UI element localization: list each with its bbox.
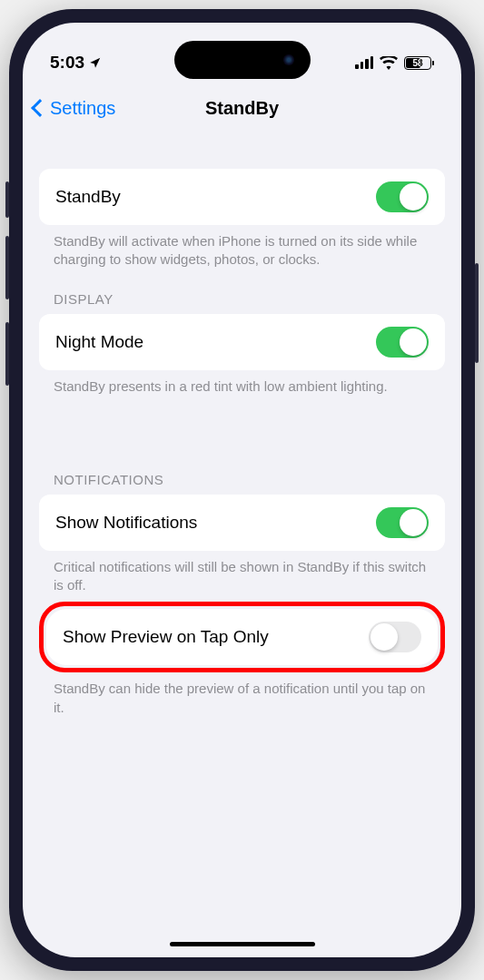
- show-preview-footer: StandBy can hide the preview of a notifi…: [39, 672, 445, 717]
- show-notifications-toggle[interactable]: [376, 507, 429, 538]
- page-title: StandBy: [205, 98, 279, 119]
- show-preview-toggle[interactable]: [369, 622, 421, 652]
- back-button[interactable]: Settings: [34, 98, 115, 119]
- show-notifications-footer: Critical notifications will still be sho…: [39, 551, 445, 595]
- show-notifications-row: Show Notifications: [39, 495, 445, 551]
- screen: 5:03 58 Settings: [23, 23, 461, 957]
- show-preview-row: Show Preview on Tap Only: [46, 609, 438, 665]
- chevron-left-icon: [31, 99, 49, 117]
- show-preview-label: Show Preview on Tap Only: [63, 627, 269, 647]
- battery-percent: 58: [412, 58, 422, 68]
- navigation-bar: Settings StandBy: [23, 86, 461, 130]
- display-section-header: DISPLAY: [54, 291, 445, 307]
- camera-icon: [283, 54, 294, 65]
- show-notifications-label: Show Notifications: [55, 513, 197, 533]
- night-mode-row: Night Mode: [39, 314, 445, 370]
- cellular-signal-icon: [355, 56, 373, 69]
- dynamic-island: [174, 41, 311, 79]
- back-label: Settings: [50, 98, 115, 119]
- night-mode-toggle[interactable]: [376, 327, 429, 358]
- notifications-section-header: NOTIFICATIONS: [54, 472, 445, 487]
- highlighted-annotation: Show Preview on Tap Only: [39, 602, 445, 672]
- battery-icon: 58: [404, 56, 434, 70]
- wifi-icon: [380, 56, 398, 70]
- home-indicator[interactable]: [170, 942, 315, 946]
- standby-row: StandBy: [39, 169, 445, 225]
- status-time: 5:03: [50, 53, 84, 73]
- night-mode-label: Night Mode: [55, 332, 143, 352]
- location-icon: [89, 56, 102, 69]
- night-mode-footer: StandBy presents in a red tint with low …: [39, 370, 445, 396]
- phone-frame: 5:03 58 Settings: [9, 9, 475, 971]
- standby-toggle[interactable]: [376, 181, 429, 212]
- standby-footer: StandBy will activate when iPhone is tur…: [39, 225, 445, 270]
- standby-label: StandBy: [55, 187, 121, 207]
